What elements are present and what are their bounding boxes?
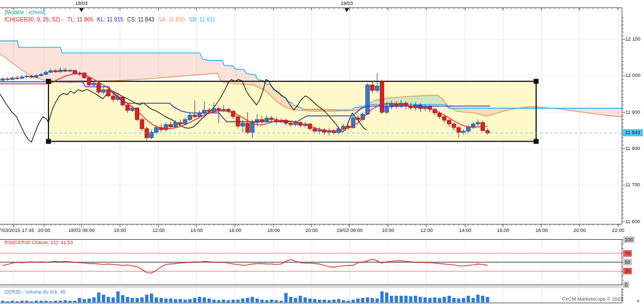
- volume-bar: [299, 296, 302, 302]
- volume-bar: [342, 300, 345, 302]
- volume-bar: [15, 301, 19, 302]
- time-label: 19/03 08:00: [336, 228, 363, 233]
- volume-bar: [222, 300, 225, 302]
- volume-bar: [380, 291, 384, 302]
- panel-divider: [0, 285, 622, 288]
- rsi-scale-label: 70: [623, 250, 632, 257]
- volume-bar: [318, 300, 321, 302]
- indicator-segment: SB: 11 911: [189, 16, 215, 23]
- volume-bar: [356, 299, 359, 302]
- model-label: [Modèle : ichivol]: [4, 9, 45, 15]
- volume-bar: [241, 299, 244, 302]
- volume-zero-label: 0: [637, 299, 639, 303]
- selection-handle[interactable]: [534, 79, 539, 84]
- volume-bar: [313, 299, 316, 302]
- time-label: 14:00: [190, 228, 203, 233]
- volume-bar: [126, 297, 129, 302]
- volume-bar: [285, 293, 288, 302]
- volume-bar: [332, 300, 336, 302]
- selection-handle[interactable]: [46, 79, 51, 84]
- volume-bar: [78, 298, 81, 302]
- time-label: 20:00: [574, 228, 586, 233]
- volume-bar: [447, 296, 451, 302]
- time-label: 18/03 08:00: [68, 228, 95, 233]
- volume-bar: [400, 296, 403, 302]
- volume-bar: [135, 298, 139, 302]
- rsi-indicator-label: RSI(GER30 Cloture, 21): 41,53: [4, 240, 73, 245]
- time-label: 12:00: [421, 228, 433, 233]
- volume-bar: [121, 295, 124, 302]
- volume-bar: [472, 298, 475, 302]
- volume-bar: [116, 291, 119, 302]
- volume-bar: [49, 301, 52, 302]
- volume-bar: [63, 300, 67, 302]
- volume-bar: [414, 296, 417, 302]
- volume-bar: [217, 300, 220, 302]
- volume-bar: [303, 297, 307, 302]
- time-label: 10:00: [382, 228, 395, 233]
- volume-bar: [255, 299, 259, 302]
- price-label: 12 000: [625, 73, 641, 78]
- candle: [6, 78, 9, 81]
- volume-bar: [183, 300, 187, 302]
- price-label: 11 600: [625, 219, 640, 224]
- volume-indicator-label: GER30 - Volume du tick: 40: [4, 289, 66, 295]
- volume-bar: [467, 296, 470, 302]
- volume-bar: [405, 296, 408, 302]
- volume-bar: [361, 298, 364, 302]
- volume-bar: [352, 300, 355, 302]
- time-label: 14:00: [459, 228, 472, 233]
- volume-bar: [423, 297, 427, 302]
- volume-bar: [169, 299, 172, 302]
- date-marker-triangle: [345, 8, 349, 12]
- volume-bar: [433, 297, 436, 302]
- chart-canvas[interactable]: [0, 0, 644, 304]
- volume-bar: [428, 298, 432, 302]
- volume-bar: [328, 300, 331, 302]
- volume-bar: [289, 297, 292, 302]
- volume-bar: [390, 296, 393, 302]
- time-label: 16:00: [229, 228, 242, 233]
- volume-bar: [246, 298, 249, 302]
- volume-bar: [337, 299, 340, 302]
- volume-bar: [294, 298, 297, 302]
- volume-bar: [395, 296, 398, 302]
- volume-bar: [275, 300, 278, 302]
- volume-bar: [30, 301, 33, 302]
- rsi-scale-label: 50: [623, 259, 632, 266]
- volume-bar: [486, 297, 489, 302]
- volume-bar: [45, 301, 48, 302]
- volume-bar: [193, 298, 197, 302]
- volume-bar: [92, 297, 96, 302]
- volume-bar: [308, 299, 312, 302]
- volume-bar: [25, 301, 29, 302]
- volume-bar: [260, 300, 264, 302]
- time-label: 20:00: [305, 228, 318, 233]
- volume-bar: [409, 296, 412, 302]
- volume-bar: [68, 301, 72, 302]
- volume-bar: [481, 296, 484, 302]
- candle: [135, 107, 139, 121]
- volume-bar: [165, 299, 168, 302]
- indicator-segment: CS: 11 843: [127, 16, 154, 23]
- volume-bar: [366, 297, 369, 302]
- volume-bar: [112, 297, 115, 302]
- volume-bar: [188, 299, 192, 302]
- volume-bar: [203, 297, 206, 302]
- volume-bar: [54, 301, 57, 302]
- volume-bar: [419, 297, 422, 302]
- volume-bar: [40, 301, 43, 302]
- rsi-scale-label: 100: [623, 236, 635, 243]
- volume-bar: [208, 299, 211, 302]
- time-label: 17/03/2015 17:45: [0, 228, 34, 233]
- candle: [365, 83, 369, 115]
- volume-bar: [438, 298, 441, 302]
- candle: [97, 82, 101, 94]
- volume-bar: [236, 300, 239, 302]
- volume-bar: [10, 301, 14, 302]
- volume-bar: [265, 300, 269, 302]
- selection-handle[interactable]: [534, 139, 539, 144]
- volume-bar: [476, 295, 479, 302]
- selection-handle[interactable]: [46, 139, 51, 144]
- volume-bar: [375, 299, 379, 302]
